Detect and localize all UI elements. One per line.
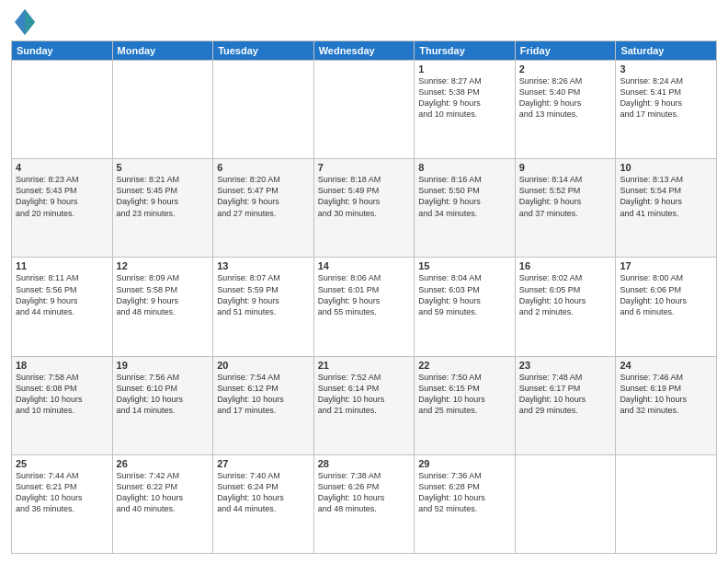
- day-cell: [515, 454, 616, 553]
- day-cell: 1Sunrise: 8:27 AM Sunset: 5:38 PM Daylig…: [415, 61, 516, 159]
- day-number: 10: [620, 162, 712, 173]
- day-number: 13: [217, 260, 310, 271]
- week-row-1: 4Sunrise: 8:23 AM Sunset: 5:43 PM Daylig…: [12, 159, 717, 258]
- day-info: Sunrise: 8:13 AM Sunset: 5:54 PM Dayligh…: [620, 174, 712, 219]
- day-cell: 28Sunrise: 7:38 AM Sunset: 6:26 PM Dayli…: [313, 454, 415, 553]
- day-info: Sunrise: 7:52 AM Sunset: 6:14 PM Dayligh…: [318, 372, 411, 417]
- day-cell: 6Sunrise: 8:20 AM Sunset: 5:47 PM Daylig…: [213, 159, 314, 258]
- calendar-table: SundayMondayTuesdayWednesdayThursdayFrid…: [11, 40, 717, 554]
- day-cell: 19Sunrise: 7:56 AM Sunset: 6:10 PM Dayli…: [112, 356, 213, 454]
- day-number: 27: [217, 458, 310, 469]
- week-row-2: 11Sunrise: 8:11 AM Sunset: 5:56 PM Dayli…: [12, 258, 717, 356]
- day-cell: 12Sunrise: 8:09 AM Sunset: 5:58 PM Dayli…: [112, 258, 213, 356]
- day-info: Sunrise: 7:54 AM Sunset: 6:12 PM Dayligh…: [217, 372, 310, 417]
- day-number: 22: [418, 360, 511, 371]
- weekday-header-row: SundayMondayTuesdayWednesdayThursdayFrid…: [12, 41, 717, 61]
- day-number: 18: [16, 360, 108, 371]
- day-cell: 10Sunrise: 8:13 AM Sunset: 5:54 PM Dayli…: [616, 159, 717, 258]
- day-cell: 29Sunrise: 7:36 AM Sunset: 6:28 PM Dayli…: [415, 454, 516, 553]
- day-cell: [213, 61, 314, 159]
- day-cell: [12, 61, 113, 159]
- day-number: 17: [620, 260, 712, 271]
- day-number: 9: [519, 162, 612, 173]
- day-cell: 14Sunrise: 8:06 AM Sunset: 6:01 PM Dayli…: [313, 258, 415, 356]
- weekday-header-friday: Friday: [515, 41, 616, 61]
- day-number: 16: [519, 260, 612, 271]
- day-info: Sunrise: 8:14 AM Sunset: 5:52 PM Dayligh…: [519, 174, 612, 219]
- header: [11, 9, 717, 35]
- svg-marker-1: [25, 9, 35, 35]
- day-cell: [313, 61, 415, 159]
- day-info: Sunrise: 8:11 AM Sunset: 5:56 PM Dayligh…: [16, 272, 108, 317]
- day-cell: 16Sunrise: 8:02 AM Sunset: 6:05 PM Dayli…: [515, 258, 616, 356]
- day-number: 21: [318, 360, 411, 371]
- day-cell: [112, 61, 213, 159]
- page: SundayMondayTuesdayWednesdayThursdayFrid…: [0, 0, 728, 563]
- day-info: Sunrise: 8:21 AM Sunset: 5:45 PM Dayligh…: [117, 174, 210, 219]
- day-info: Sunrise: 7:38 AM Sunset: 6:26 PM Dayligh…: [318, 470, 411, 515]
- day-number: 19: [117, 360, 210, 371]
- day-info: Sunrise: 8:02 AM Sunset: 6:05 PM Dayligh…: [519, 272, 612, 317]
- day-number: 11: [16, 260, 108, 271]
- day-cell: 15Sunrise: 8:04 AM Sunset: 6:03 PM Dayli…: [415, 258, 516, 356]
- weekday-header-tuesday: Tuesday: [213, 41, 314, 61]
- day-info: Sunrise: 7:44 AM Sunset: 6:21 PM Dayligh…: [16, 470, 108, 515]
- day-number: 29: [418, 458, 511, 469]
- day-cell: 26Sunrise: 7:42 AM Sunset: 6:22 PM Dayli…: [112, 454, 213, 553]
- day-info: Sunrise: 8:00 AM Sunset: 6:06 PM Dayligh…: [620, 272, 712, 317]
- day-info: Sunrise: 8:27 AM Sunset: 5:38 PM Dayligh…: [418, 75, 511, 121]
- day-cell: 5Sunrise: 8:21 AM Sunset: 5:45 PM Daylig…: [112, 159, 213, 258]
- day-number: 25: [16, 458, 108, 469]
- day-info: Sunrise: 8:06 AM Sunset: 6:01 PM Dayligh…: [318, 272, 411, 317]
- day-info: Sunrise: 8:09 AM Sunset: 5:58 PM Dayligh…: [117, 272, 210, 317]
- day-info: Sunrise: 7:46 AM Sunset: 6:19 PM Dayligh…: [620, 372, 712, 417]
- day-cell: 3Sunrise: 8:24 AM Sunset: 5:41 PM Daylig…: [616, 61, 717, 159]
- week-row-0: 1Sunrise: 8:27 AM Sunset: 5:38 PM Daylig…: [12, 61, 717, 159]
- weekday-header-monday: Monday: [112, 41, 213, 61]
- day-cell: 25Sunrise: 7:44 AM Sunset: 6:21 PM Dayli…: [12, 454, 113, 553]
- day-info: Sunrise: 8:18 AM Sunset: 5:49 PM Dayligh…: [318, 174, 411, 219]
- day-cell: 9Sunrise: 8:14 AM Sunset: 5:52 PM Daylig…: [515, 159, 616, 258]
- week-row-4: 25Sunrise: 7:44 AM Sunset: 6:21 PM Dayli…: [12, 454, 717, 553]
- day-info: Sunrise: 8:23 AM Sunset: 5:43 PM Dayligh…: [16, 174, 108, 219]
- day-cell: 11Sunrise: 8:11 AM Sunset: 5:56 PM Dayli…: [12, 258, 113, 356]
- day-number: 14: [318, 260, 411, 271]
- day-number: 6: [217, 162, 310, 173]
- day-number: 7: [318, 162, 411, 173]
- weekday-header-wednesday: Wednesday: [313, 41, 415, 61]
- logo-icon: [15, 9, 35, 35]
- day-info: Sunrise: 8:16 AM Sunset: 5:50 PM Dayligh…: [418, 174, 511, 219]
- day-info: Sunrise: 7:36 AM Sunset: 6:28 PM Dayligh…: [418, 470, 511, 515]
- day-info: Sunrise: 8:07 AM Sunset: 5:59 PM Dayligh…: [217, 272, 310, 317]
- day-cell: 23Sunrise: 7:48 AM Sunset: 6:17 PM Dayli…: [515, 356, 616, 454]
- week-row-3: 18Sunrise: 7:58 AM Sunset: 6:08 PM Dayli…: [12, 356, 717, 454]
- day-number: 12: [117, 260, 210, 271]
- day-cell: 17Sunrise: 8:00 AM Sunset: 6:06 PM Dayli…: [616, 258, 717, 356]
- day-cell: 4Sunrise: 8:23 AM Sunset: 5:43 PM Daylig…: [12, 159, 113, 258]
- day-cell: 22Sunrise: 7:50 AM Sunset: 6:15 PM Dayli…: [415, 356, 516, 454]
- day-info: Sunrise: 7:58 AM Sunset: 6:08 PM Dayligh…: [16, 372, 108, 417]
- day-number: 26: [117, 458, 210, 469]
- day-cell: 27Sunrise: 7:40 AM Sunset: 6:24 PM Dayli…: [213, 454, 314, 553]
- day-cell: 7Sunrise: 8:18 AM Sunset: 5:49 PM Daylig…: [313, 159, 415, 258]
- day-info: Sunrise: 8:26 AM Sunset: 5:40 PM Dayligh…: [519, 75, 612, 121]
- day-info: Sunrise: 7:50 AM Sunset: 6:15 PM Dayligh…: [418, 372, 511, 417]
- day-info: Sunrise: 8:20 AM Sunset: 5:47 PM Dayligh…: [217, 174, 310, 219]
- day-info: Sunrise: 7:40 AM Sunset: 6:24 PM Dayligh…: [217, 470, 310, 515]
- day-info: Sunrise: 7:56 AM Sunset: 6:10 PM Dayligh…: [117, 372, 210, 417]
- weekday-header-saturday: Saturday: [616, 41, 717, 61]
- day-number: 24: [620, 360, 712, 371]
- day-number: 4: [16, 162, 108, 173]
- day-cell: 13Sunrise: 8:07 AM Sunset: 5:59 PM Dayli…: [213, 258, 314, 356]
- day-number: 3: [620, 63, 712, 75]
- weekday-header-sunday: Sunday: [12, 41, 113, 61]
- day-number: 23: [519, 360, 612, 371]
- day-number: 20: [217, 360, 310, 371]
- day-cell: 8Sunrise: 8:16 AM Sunset: 5:50 PM Daylig…: [415, 159, 516, 258]
- day-info: Sunrise: 8:24 AM Sunset: 5:41 PM Dayligh…: [620, 75, 712, 121]
- day-cell: 24Sunrise: 7:46 AM Sunset: 6:19 PM Dayli…: [616, 356, 717, 454]
- day-cell: [616, 454, 717, 553]
- day-cell: 20Sunrise: 7:54 AM Sunset: 6:12 PM Dayli…: [213, 356, 314, 454]
- weekday-header-thursday: Thursday: [415, 41, 516, 61]
- day-number: 2: [519, 63, 612, 75]
